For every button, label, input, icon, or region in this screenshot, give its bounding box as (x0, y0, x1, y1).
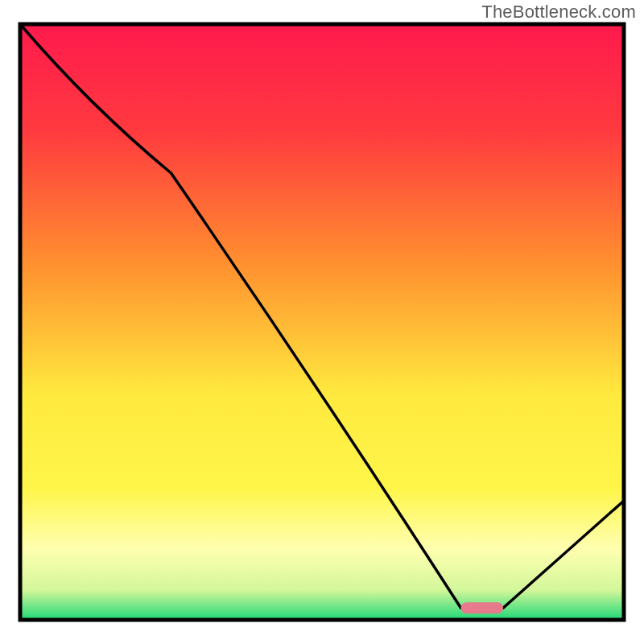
marker-pill (461, 602, 504, 613)
chart-svg (0, 0, 644, 644)
watermark-text: TheBottleneck.com (481, 2, 636, 23)
plot-background (20, 24, 624, 620)
chart-container: TheBottleneck.com (0, 0, 644, 644)
